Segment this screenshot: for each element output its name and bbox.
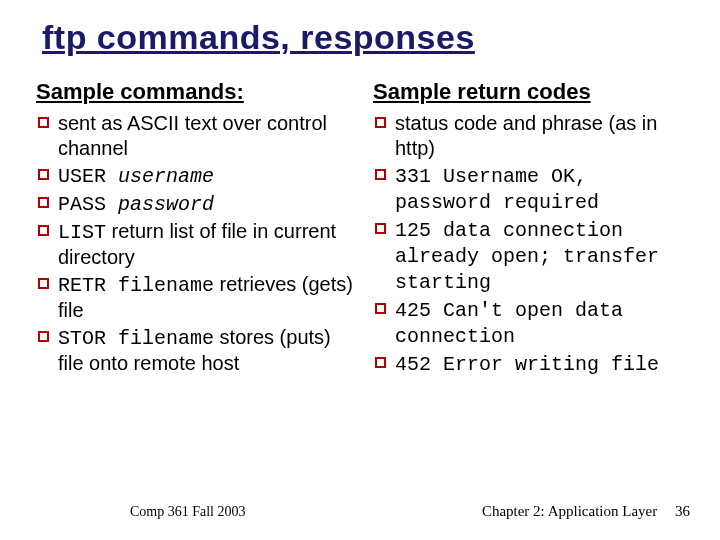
list-item: PASS password (36, 191, 355, 217)
right-column: Sample return codes status code and phra… (373, 79, 692, 379)
right-list: status code and phrase (as in http)331 U… (373, 111, 692, 377)
text-run: password (118, 193, 214, 216)
right-heading: Sample return codes (373, 79, 692, 105)
page-number: 36 (675, 503, 690, 519)
text-run: RETR filename (58, 274, 214, 297)
list-item: LIST return list of file in current dire… (36, 219, 355, 270)
footer-left: Comp 361 Fall 2003 (130, 504, 246, 520)
list-item: 452 Error writing file (373, 351, 692, 377)
list-item: USER username (36, 163, 355, 189)
text-run: 452 Error writing file (395, 353, 659, 376)
text-run: LIST (58, 221, 106, 244)
left-list: sent as ASCII text over control channelU… (36, 111, 355, 376)
list-item: 125 data connection already open; transf… (373, 217, 692, 295)
footer-right: Chapter 2: Application Layer 36 (482, 503, 690, 520)
text-run: PASS (58, 193, 118, 216)
list-item: STOR filename stores (puts) file onto re… (36, 325, 355, 376)
text-run: 125 data connection already open; transf… (395, 219, 659, 294)
text-run: 331 Username OK, password required (395, 165, 599, 214)
text-run: username (118, 165, 214, 188)
list-item: 425 Can't open data connection (373, 297, 692, 349)
left-column: Sample commands: sent as ASCII text over… (36, 79, 355, 379)
text-run: status code and phrase (as in http) (395, 112, 657, 159)
list-item: sent as ASCII text over control channel (36, 111, 355, 161)
list-item: RETR filename retrieves (gets) file (36, 272, 355, 323)
left-heading: Sample commands: (36, 79, 355, 105)
text-run: USER (58, 165, 118, 188)
text-run: 425 Can't open data connection (395, 299, 623, 348)
footer-chapter: Chapter 2: Application Layer (482, 503, 657, 519)
slide: ftp commands, responses Sample commands:… (0, 0, 720, 540)
columns: Sample commands: sent as ASCII text over… (36, 79, 692, 379)
list-item: status code and phrase (as in http) (373, 111, 692, 161)
list-item: 331 Username OK, password required (373, 163, 692, 215)
slide-title: ftp commands, responses (42, 18, 692, 57)
text-run: STOR filename (58, 327, 214, 350)
text-run: sent as ASCII text over control channel (58, 112, 327, 159)
